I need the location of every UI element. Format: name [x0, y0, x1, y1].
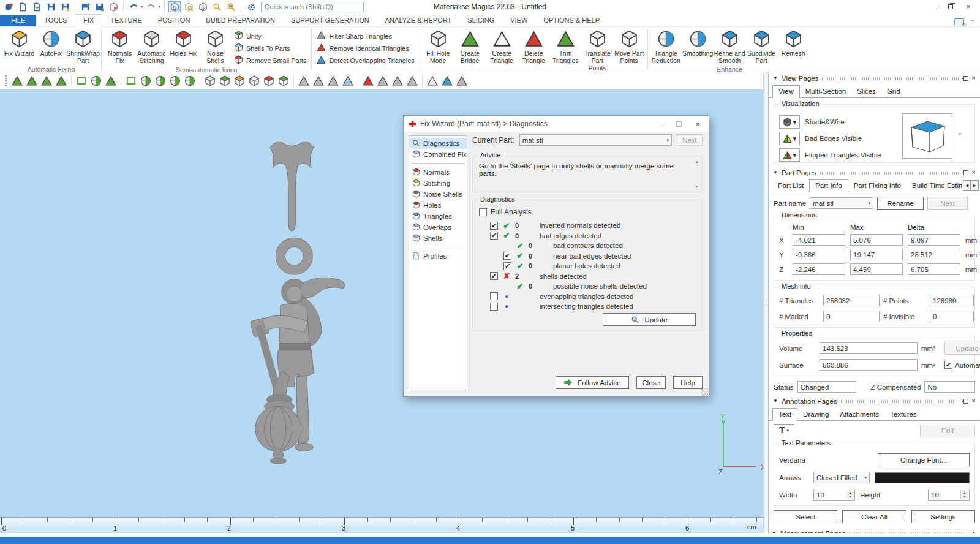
resize-grip[interactable]: [701, 388, 708, 396]
fan-mark-icon[interactable]: [168, 74, 182, 88]
detect-overlapping-triangles-button[interactable]: Detect Overlapping Triangles: [317, 55, 414, 66]
tab-scroll-right-button[interactable]: ▶: [971, 180, 979, 191]
filter-sharp-triangles-button[interactable]: Filter Sharp Triangles: [317, 31, 414, 41]
copy-triangles-icon[interactable]: [391, 74, 404, 88]
dialog-titlebar[interactable]: Fix Wizard (Part: mat stl) > Diagnostics…: [404, 116, 709, 132]
spin-up-icon[interactable]: ▲: [961, 490, 968, 495]
follow-advice-button[interactable]: Follow Advice: [556, 376, 629, 389]
automatic-stitching-button[interactable]: Automatic Stitching: [136, 29, 167, 65]
tab-texture[interactable]: TEXTURE: [102, 15, 149, 26]
tab-analyze-report[interactable]: ANALYZE & REPORT: [377, 15, 459, 26]
quick-settings-button[interactable]: [245, 1, 257, 12]
bad-edges-visible-dropdown[interactable]: ▾: [779, 132, 800, 145]
tab-part-info[interactable]: Part Info: [809, 179, 848, 192]
redo-dropdown-icon[interactable]: ▾: [159, 4, 161, 9]
part-next-button[interactable]: Next: [927, 197, 968, 210]
last-triangle-icon[interactable]: [455, 74, 469, 88]
tab-part-list[interactable]: Part List: [772, 180, 809, 192]
minimize-button[interactable]: [931, 7, 937, 7]
tab-drawing[interactable]: Drawing: [797, 409, 834, 420]
mark-cube-orange-icon[interactable]: [233, 74, 246, 88]
nav-item-combined-fix[interactable]: Combined Fix: [409, 149, 467, 160]
tab-view[interactable]: View: [772, 85, 800, 98]
tab-slices[interactable]: Slices: [851, 86, 881, 97]
dialog-maximize-button[interactable]: [676, 121, 682, 127]
restore-button[interactable]: [948, 4, 953, 9]
triangle-reduction-button[interactable]: Triangle Reduction: [650, 29, 682, 65]
tab-position[interactable]: POSITION: [150, 15, 198, 26]
edit-button[interactable]: Edit: [920, 425, 975, 437]
remove-small-parts-button[interactable]: Remove Small Parts: [234, 55, 306, 66]
x-min-field[interactable]: -4.021: [793, 234, 845, 246]
unmark-cube-icon[interactable]: [247, 74, 261, 88]
shade-wire-dropdown[interactable]: ▾: [779, 115, 800, 129]
zoom-in-button[interactable]: [211, 1, 223, 12]
change-font-button[interactable]: Change Font...: [878, 453, 970, 466]
full-analysis-checkbox[interactable]: [479, 208, 487, 216]
tab-grid[interactable]: Grid: [881, 86, 906, 97]
trim-triangles-button[interactable]: Trim Triangles: [550, 29, 581, 65]
view-cube-preview[interactable]: [902, 113, 952, 159]
z-delta-field[interactable]: 6.705: [908, 263, 960, 275]
mark-shells-icon[interactable]: [55, 74, 68, 88]
shrinkwrap-part-button[interactable]: ShrinkWrap Part: [67, 29, 99, 65]
tab-textures[interactable]: Textures: [884, 409, 922, 420]
mark-cube-icon[interactable]: [218, 74, 232, 88]
autofix-button[interactable]: AutoFix: [36, 29, 67, 58]
diagnostic-checkbox[interactable]: ✔: [490, 222, 498, 230]
tab-scroll-left-button[interactable]: ◀: [963, 180, 971, 191]
advice-scrollbar[interactable]: ▲▼: [693, 159, 700, 189]
nav-item-holes[interactable]: Holes: [409, 200, 467, 211]
tab-text[interactable]: Text: [772, 408, 797, 421]
mark-surfaces-icon[interactable]: [40, 74, 53, 88]
close-icon[interactable]: ×: [972, 75, 976, 81]
zoom-part-button[interactable]: [183, 1, 195, 12]
close-button[interactable]: ×: [964, 2, 973, 11]
collapse-ribbon-icon[interactable]: ⌃: [970, 19, 975, 25]
quick-search-input[interactable]: [261, 2, 364, 12]
delete-triangle-button[interactable]: Delete Triangle: [518, 29, 549, 65]
nav-item-triangles[interactable]: Triangles: [409, 211, 467, 222]
offset-triangles-icon[interactable]: [376, 74, 390, 88]
nav-item-overlaps[interactable]: Overlaps: [409, 222, 467, 233]
arrow-color-swatch[interactable]: [875, 472, 970, 483]
nav-item-shells[interactable]: Shells: [409, 233, 467, 244]
update-button[interactable]: Update: [603, 313, 696, 326]
y-delta-field[interactable]: 28.512: [908, 249, 960, 260]
properties-update-button[interactable]: Update: [944, 342, 980, 355]
tab-file[interactable]: FILE: [0, 15, 36, 26]
spin-down-icon[interactable]: ▼: [961, 495, 968, 500]
smoothing-button[interactable]: Smoothing: [682, 29, 714, 58]
pin-icon[interactable]: [963, 170, 968, 175]
save-button[interactable]: [45, 1, 57, 12]
toolbar-grip[interactable]: [5, 75, 7, 86]
part-pages-header[interactable]: ▼ Part Pages ×: [769, 167, 980, 178]
x-max-field[interactable]: 5.076: [850, 234, 903, 246]
dialog-next-button[interactable]: Next: [677, 134, 703, 146]
normals-fix-button[interactable]: Normals Fix: [104, 29, 135, 65]
close-icon[interactable]: ×: [972, 169, 976, 176]
y-max-field[interactable]: 19.147: [850, 249, 903, 260]
tab-support-generation[interactable]: SUPPORT GENERATION: [283, 15, 377, 26]
arrange-triangles-icon[interactable]: [440, 74, 454, 88]
tab-options-help[interactable]: OPTIONS & HELP: [535, 15, 608, 26]
nav-item-diagnostics[interactable]: Diagnostics: [409, 138, 467, 149]
sector-mark-icon[interactable]: [183, 74, 197, 88]
x-delta-field[interactable]: 9.097: [908, 234, 960, 246]
z-max-field[interactable]: 4.459: [850, 263, 903, 275]
view-pages-header[interactable]: ▼ View Pages ×: [769, 72, 980, 84]
tab-tools[interactable]: TOOLS: [36, 15, 75, 26]
cube-preview-dropdown-icon[interactable]: ▾: [959, 132, 961, 137]
scroll-down-icon[interactable]: ▼: [695, 184, 699, 189]
refine-and-smooth-button[interactable]: Refine and Smooth: [714, 29, 745, 65]
part-name-combobox[interactable]: mat stl▾: [810, 197, 873, 209]
measurement-pages-header[interactable]: ▶ Measurement Pages ×: [769, 527, 980, 533]
diagnostic-checkbox[interactable]: ✔: [503, 252, 511, 260]
outline-triangle-icon[interactable]: [426, 74, 439, 88]
zoom-selection-button[interactable]: [168, 1, 181, 12]
undo-button[interactable]: [127, 1, 140, 12]
panel-splitter[interactable]: ⋮: [763, 72, 768, 533]
z-min-field[interactable]: -2.246: [793, 263, 845, 275]
tab-multi-section[interactable]: Multi-Section: [800, 86, 851, 97]
ellipse-mark-icon[interactable]: [89, 74, 103, 88]
